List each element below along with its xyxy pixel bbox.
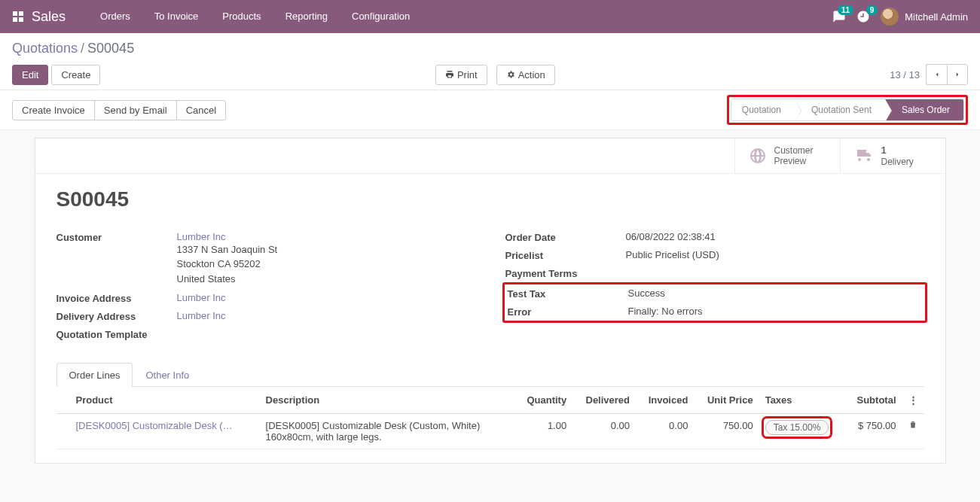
tab-order-lines[interactable]: Order Lines (56, 363, 133, 387)
order-lines-table: Product Description Quantity Delivered I… (56, 387, 924, 449)
action-button[interactable]: Action (496, 65, 555, 85)
highlight-fields: Test Tax Success Error Finally: No error… (502, 282, 927, 323)
th-taxes: Taxes (759, 387, 844, 414)
th-invoiced: Invoiced (636, 387, 694, 414)
top-nav: Sales Orders To Invoice Products Reporti… (0, 0, 980, 33)
label-customer: Customer (56, 231, 177, 243)
column-options[interactable]: ⋮ (902, 387, 924, 414)
label-order-date: Order Date (505, 231, 626, 243)
avatar (881, 8, 899, 26)
customer-addr2: Stockton CA 95202 (177, 257, 475, 272)
user-name: Mitchell Admin (905, 11, 968, 23)
delete-row-icon[interactable] (902, 414, 924, 449)
th-quantity: Quantity (514, 387, 572, 414)
label-error: Error (508, 306, 628, 318)
svg-rect-2 (13, 17, 17, 22)
menu-products[interactable]: Products (210, 0, 273, 33)
control-bar: Quotations/S00045 Edit Create Print Acti… (0, 33, 980, 90)
status-row: Create Invoice Send by Email Cancel Quot… (0, 90, 980, 130)
value-error: Finally: No errors (628, 306, 922, 317)
highlight-statusbar: Quotation Quotation Sent Sales Order (727, 95, 968, 125)
highlight-tax: Tax 15.00% (765, 421, 829, 433)
label-quotation-template: Quotation Template (56, 328, 177, 340)
page-title: S00045 (56, 187, 924, 211)
apps-icon[interactable] (12, 11, 24, 23)
cell-invoiced: 0.00 (636, 414, 694, 449)
truck-icon (854, 147, 874, 165)
cell-delivered: 0.00 (572, 414, 636, 449)
messages-icon[interactable]: 11 (832, 10, 846, 23)
th-delivered: Delivered (572, 387, 636, 414)
cell-description-l1: [DESK0005] Customizable Desk (Custom, Wh… (266, 420, 508, 431)
label-payment-terms: Payment Terms (505, 267, 626, 279)
svg-rect-0 (13, 11, 17, 16)
value-pricelist: Public Pricelist (USD) (626, 249, 924, 260)
app-brand[interactable]: Sales (32, 9, 66, 25)
value-order-date: 06/08/2022 02:38:41 (626, 231, 924, 242)
form-sheet: Customer Preview 1 Delivery S00045 Custo… (35, 138, 946, 464)
stat-buttons: Customer Preview 1 Delivery (35, 138, 945, 174)
breadcrumb: Quotations/S00045 (12, 41, 968, 56)
tax-pill[interactable]: Tax 15.00% (765, 420, 829, 435)
svg-rect-3 (19, 17, 23, 22)
status-bar: Quotation Quotation Sent Sales Order (731, 99, 964, 121)
breadcrumb-current: S00045 (87, 41, 134, 56)
stage-quotation-sent[interactable]: Quotation Sent (795, 99, 885, 120)
menu-to-invoice[interactable]: To Invoice (142, 0, 211, 33)
menu-orders[interactable]: Orders (88, 0, 142, 33)
customer-link[interactable]: Lumber Inc (177, 231, 226, 242)
cell-product[interactable]: [DESK0005] Customizable Desk (… (76, 420, 233, 431)
activities-icon[interactable]: 9 (856, 10, 870, 23)
label-pricelist: Pricelist (505, 249, 626, 261)
label-delivery-address: Delivery Address (56, 310, 177, 322)
label-invoice-address: Invoice Address (56, 292, 177, 304)
customer-addr1: 1337 N San Joaquin St (177, 242, 475, 257)
table-row[interactable]: [DESK0005] Customizable Desk (… [DESK000… (56, 414, 924, 449)
main-menu: Orders To Invoice Products Reporting Con… (88, 0, 422, 33)
cell-subtotal: $ 750.00 (844, 414, 902, 449)
menu-reporting[interactable]: Reporting (273, 0, 340, 33)
pager-next[interactable] (947, 64, 968, 85)
invoice-address-link[interactable]: Lumber Inc (177, 292, 226, 303)
breadcrumb-root[interactable]: Quotations (12, 41, 78, 56)
cell-quantity: 1.00 (514, 414, 572, 449)
value-test-tax: Success (628, 288, 922, 299)
label-test-tax: Test Tax (508, 288, 628, 300)
stat-delivery[interactable]: 1 Delivery (840, 138, 945, 173)
svg-rect-1 (19, 11, 23, 16)
drag-handle[interactable] (56, 414, 70, 449)
create-invoice-button[interactable]: Create Invoice (12, 100, 95, 120)
activities-count: 9 (866, 5, 878, 15)
edit-button[interactable]: Edit (12, 65, 48, 85)
gear-icon (506, 70, 515, 79)
pager-text[interactable]: 13 / 13 (890, 69, 920, 81)
th-description: Description (260, 387, 514, 414)
stage-sales-order[interactable]: Sales Order (885, 99, 963, 120)
pager-prev[interactable] (926, 64, 947, 85)
user-menu[interactable]: Mitchell Admin (881, 8, 968, 26)
customer-addr3: United States (177, 272, 475, 287)
stat-customer-preview[interactable]: Customer Preview (734, 138, 840, 173)
print-icon (445, 70, 454, 79)
tab-other-info[interactable]: Other Info (133, 363, 202, 387)
delivery-address-link[interactable]: Lumber Inc (177, 310, 226, 321)
create-button[interactable]: Create (51, 65, 100, 85)
messages-count: 11 (838, 5, 853, 15)
cancel-button[interactable]: Cancel (176, 100, 226, 120)
cell-unit-price: 750.00 (694, 414, 759, 449)
globe-icon (749, 147, 767, 165)
cell-description-l2: 160x80cm, with large legs. (266, 431, 508, 443)
send-email-button[interactable]: Send by Email (94, 100, 177, 120)
th-product: Product (70, 387, 260, 414)
print-button[interactable]: Print (435, 65, 487, 85)
stage-quotation[interactable]: Quotation (731, 99, 795, 120)
menu-configuration[interactable]: Configuration (340, 0, 422, 33)
tabs: Order Lines Other Info (56, 363, 924, 387)
th-unit-price: Unit Price (694, 387, 759, 414)
th-subtotal: Subtotal (844, 387, 902, 414)
